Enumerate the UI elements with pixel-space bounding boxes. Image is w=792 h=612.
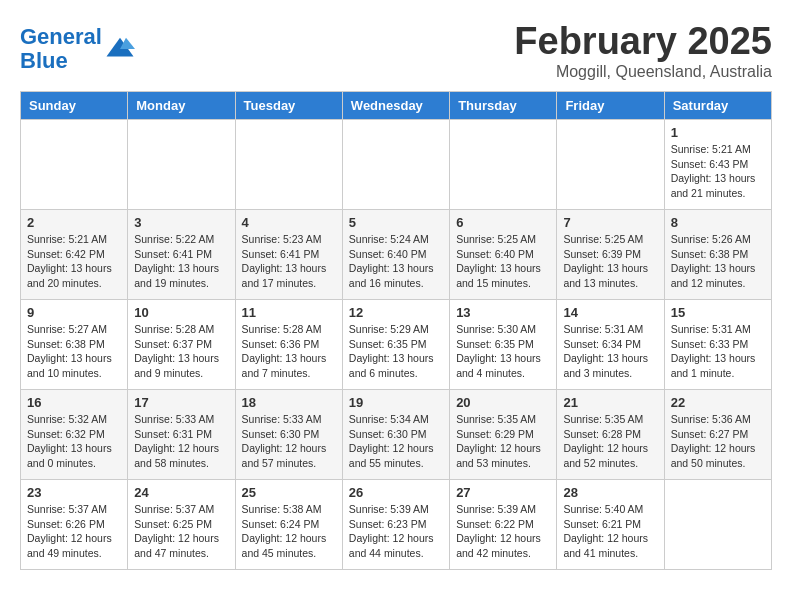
day-info: Sunrise: 5:38 AM Sunset: 6:24 PM Dayligh…: [242, 502, 336, 561]
day-info: Sunrise: 5:39 AM Sunset: 6:23 PM Dayligh…: [349, 502, 443, 561]
day-number: 20: [456, 395, 550, 410]
day-header-sunday: Sunday: [21, 92, 128, 120]
logo: General Blue: [20, 25, 135, 73]
week-row-3: 9Sunrise: 5:27 AM Sunset: 6:38 PM Daylig…: [21, 300, 772, 390]
calendar-cell: 18Sunrise: 5:33 AM Sunset: 6:30 PM Dayli…: [235, 390, 342, 480]
day-info: Sunrise: 5:35 AM Sunset: 6:29 PM Dayligh…: [456, 412, 550, 471]
calendar-cell: [342, 120, 449, 210]
day-header-thursday: Thursday: [450, 92, 557, 120]
day-info: Sunrise: 5:27 AM Sunset: 6:38 PM Dayligh…: [27, 322, 121, 381]
calendar-cell: [128, 120, 235, 210]
calendar-cell: 26Sunrise: 5:39 AM Sunset: 6:23 PM Dayli…: [342, 480, 449, 570]
day-info: Sunrise: 5:33 AM Sunset: 6:30 PM Dayligh…: [242, 412, 336, 471]
calendar-table: SundayMondayTuesdayWednesdayThursdayFrid…: [20, 91, 772, 570]
calendar-cell: 28Sunrise: 5:40 AM Sunset: 6:21 PM Dayli…: [557, 480, 664, 570]
day-number: 18: [242, 395, 336, 410]
week-row-5: 23Sunrise: 5:37 AM Sunset: 6:26 PM Dayli…: [21, 480, 772, 570]
calendar-cell: 11Sunrise: 5:28 AM Sunset: 6:36 PM Dayli…: [235, 300, 342, 390]
day-info: Sunrise: 5:29 AM Sunset: 6:35 PM Dayligh…: [349, 322, 443, 381]
day-number: 5: [349, 215, 443, 230]
calendar-cell: 7Sunrise: 5:25 AM Sunset: 6:39 PM Daylig…: [557, 210, 664, 300]
calendar-cell: [21, 120, 128, 210]
calendar-title: February 2025: [514, 20, 772, 63]
day-number: 19: [349, 395, 443, 410]
day-number: 15: [671, 305, 765, 320]
day-info: Sunrise: 5:33 AM Sunset: 6:31 PM Dayligh…: [134, 412, 228, 471]
calendar-cell: 13Sunrise: 5:30 AM Sunset: 6:35 PM Dayli…: [450, 300, 557, 390]
calendar-cell: 15Sunrise: 5:31 AM Sunset: 6:33 PM Dayli…: [664, 300, 771, 390]
calendar-cell: 9Sunrise: 5:27 AM Sunset: 6:38 PM Daylig…: [21, 300, 128, 390]
logo-general: General: [20, 24, 102, 49]
day-number: 24: [134, 485, 228, 500]
calendar-cell: 21Sunrise: 5:35 AM Sunset: 6:28 PM Dayli…: [557, 390, 664, 480]
day-header-tuesday: Tuesday: [235, 92, 342, 120]
day-number: 3: [134, 215, 228, 230]
calendar-cell: 22Sunrise: 5:36 AM Sunset: 6:27 PM Dayli…: [664, 390, 771, 480]
day-number: 13: [456, 305, 550, 320]
calendar-cell: 8Sunrise: 5:26 AM Sunset: 6:38 PM Daylig…: [664, 210, 771, 300]
day-info: Sunrise: 5:25 AM Sunset: 6:40 PM Dayligh…: [456, 232, 550, 291]
day-number: 8: [671, 215, 765, 230]
day-info: Sunrise: 5:39 AM Sunset: 6:22 PM Dayligh…: [456, 502, 550, 561]
day-info: Sunrise: 5:32 AM Sunset: 6:32 PM Dayligh…: [27, 412, 121, 471]
calendar-cell: 10Sunrise: 5:28 AM Sunset: 6:37 PM Dayli…: [128, 300, 235, 390]
week-row-4: 16Sunrise: 5:32 AM Sunset: 6:32 PM Dayli…: [21, 390, 772, 480]
day-info: Sunrise: 5:35 AM Sunset: 6:28 PM Dayligh…: [563, 412, 657, 471]
calendar-cell: 27Sunrise: 5:39 AM Sunset: 6:22 PM Dayli…: [450, 480, 557, 570]
day-number: 4: [242, 215, 336, 230]
week-row-2: 2Sunrise: 5:21 AM Sunset: 6:42 PM Daylig…: [21, 210, 772, 300]
calendar-cell: 25Sunrise: 5:38 AM Sunset: 6:24 PM Dayli…: [235, 480, 342, 570]
day-info: Sunrise: 5:25 AM Sunset: 6:39 PM Dayligh…: [563, 232, 657, 291]
day-number: 28: [563, 485, 657, 500]
day-info: Sunrise: 5:24 AM Sunset: 6:40 PM Dayligh…: [349, 232, 443, 291]
logo-text: General: [20, 25, 102, 49]
calendar-cell: 12Sunrise: 5:29 AM Sunset: 6:35 PM Dayli…: [342, 300, 449, 390]
day-info: Sunrise: 5:37 AM Sunset: 6:25 PM Dayligh…: [134, 502, 228, 561]
day-info: Sunrise: 5:30 AM Sunset: 6:35 PM Dayligh…: [456, 322, 550, 381]
day-info: Sunrise: 5:28 AM Sunset: 6:37 PM Dayligh…: [134, 322, 228, 381]
day-info: Sunrise: 5:21 AM Sunset: 6:43 PM Dayligh…: [671, 142, 765, 201]
calendar-cell: 1Sunrise: 5:21 AM Sunset: 6:43 PM Daylig…: [664, 120, 771, 210]
day-number: 9: [27, 305, 121, 320]
calendar-cell: 24Sunrise: 5:37 AM Sunset: 6:25 PM Dayli…: [128, 480, 235, 570]
calendar-subtitle: Moggill, Queensland, Australia: [514, 63, 772, 81]
day-number: 10: [134, 305, 228, 320]
day-number: 11: [242, 305, 336, 320]
day-number: 16: [27, 395, 121, 410]
calendar-header-row: SundayMondayTuesdayWednesdayThursdayFrid…: [21, 92, 772, 120]
day-info: Sunrise: 5:31 AM Sunset: 6:34 PM Dayligh…: [563, 322, 657, 381]
calendar-cell: [664, 480, 771, 570]
day-number: 17: [134, 395, 228, 410]
day-number: 7: [563, 215, 657, 230]
day-number: 12: [349, 305, 443, 320]
day-number: 21: [563, 395, 657, 410]
calendar-cell: 19Sunrise: 5:34 AM Sunset: 6:30 PM Dayli…: [342, 390, 449, 480]
title-area: February 2025 Moggill, Queensland, Austr…: [514, 20, 772, 81]
day-info: Sunrise: 5:28 AM Sunset: 6:36 PM Dayligh…: [242, 322, 336, 381]
calendar-cell: 5Sunrise: 5:24 AM Sunset: 6:40 PM Daylig…: [342, 210, 449, 300]
day-header-saturday: Saturday: [664, 92, 771, 120]
day-number: 6: [456, 215, 550, 230]
day-number: 2: [27, 215, 121, 230]
logo-icon: [105, 34, 135, 64]
week-row-1: 1Sunrise: 5:21 AM Sunset: 6:43 PM Daylig…: [21, 120, 772, 210]
day-info: Sunrise: 5:21 AM Sunset: 6:42 PM Dayligh…: [27, 232, 121, 291]
calendar-cell: 3Sunrise: 5:22 AM Sunset: 6:41 PM Daylig…: [128, 210, 235, 300]
day-info: Sunrise: 5:40 AM Sunset: 6:21 PM Dayligh…: [563, 502, 657, 561]
calendar-cell: 23Sunrise: 5:37 AM Sunset: 6:26 PM Dayli…: [21, 480, 128, 570]
calendar-cell: 16Sunrise: 5:32 AM Sunset: 6:32 PM Dayli…: [21, 390, 128, 480]
calendar-cell: 2Sunrise: 5:21 AM Sunset: 6:42 PM Daylig…: [21, 210, 128, 300]
day-info: Sunrise: 5:34 AM Sunset: 6:30 PM Dayligh…: [349, 412, 443, 471]
day-number: 25: [242, 485, 336, 500]
day-number: 14: [563, 305, 657, 320]
calendar-cell: 20Sunrise: 5:35 AM Sunset: 6:29 PM Dayli…: [450, 390, 557, 480]
calendar-cell: [557, 120, 664, 210]
day-info: Sunrise: 5:23 AM Sunset: 6:41 PM Dayligh…: [242, 232, 336, 291]
day-info: Sunrise: 5:37 AM Sunset: 6:26 PM Dayligh…: [27, 502, 121, 561]
day-info: Sunrise: 5:36 AM Sunset: 6:27 PM Dayligh…: [671, 412, 765, 471]
calendar-cell: [235, 120, 342, 210]
calendar-cell: 14Sunrise: 5:31 AM Sunset: 6:34 PM Dayli…: [557, 300, 664, 390]
calendar-cell: [450, 120, 557, 210]
day-number: 23: [27, 485, 121, 500]
day-number: 22: [671, 395, 765, 410]
